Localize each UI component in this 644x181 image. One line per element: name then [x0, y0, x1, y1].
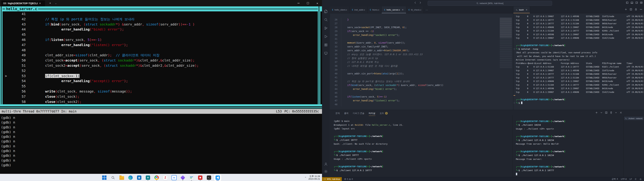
tab-dropdown-button[interactable]: ⌄: [54, 1, 58, 5]
command-center-search[interactable]: network [WSL: kali-linux]: [428, 1, 552, 6]
taskbar-icon-calendar[interactable]: 31: [170, 174, 178, 181]
activity-extensions-icon[interactable]: [323, 42, 328, 48]
terminal-tab-title: high@DESKTOP-TQECLI: [8, 2, 38, 5]
statusbar-item[interactable]: C: [635, 178, 636, 180]
activity-account-icon[interactable]: [323, 162, 328, 167]
tab-fd_check.c[interactable]: Cfd_check.c: [406, 6, 424, 13]
panel-terminal-separator[interactable]: [512, 115, 513, 177]
toggle-panel-icon[interactable]: [630, 1, 633, 5]
panel-tab-디버그 콘솔[interactable]: 디버그 콘솔: [353, 112, 364, 115]
minimap-slider[interactable]: [500, 18, 512, 38]
panel-tab-출력[interactable]: 출력: [344, 112, 348, 115]
source-line-44: 44 error_handling("bind() error");: [2, 27, 318, 32]
activity-search-icon[interactable]: [323, 17, 328, 22]
shell-command-line: └─$ ./hclient 10234: [516, 123, 620, 127]
panel-terminal-left[interactable]: (gdb) b mainBreakpoint 1 at 0x1218: file…: [334, 119, 508, 176]
panel-tab-포트[interactable]: 포트1: [380, 112, 388, 115]
line-number: 45: [330, 91, 341, 95]
gdb-command-area[interactable]: (gdb) n(gdb) n(gdb) n(gdb) n(gdb) n(gdb)…: [1, 115, 320, 168]
tab-close-icon[interactable]: ✕: [402, 8, 404, 11]
bash-terminal-editor[interactable]: tcp00127.0.0.1:39087127.0.0.1:49598ESTAB…: [516, 15, 644, 110]
taskbar-icon-explorer[interactable]: [118, 174, 126, 181]
editor-tabs-group-1: Chello_client.cCinet_addr.cChtons.cChell…: [330, 6, 513, 14]
tray-chevron-up-icon[interactable]: ^: [305, 176, 306, 179]
command-decoration-icon[interactable]: [514, 102, 515, 104]
taskbar-icon-chrome[interactable]: [153, 174, 160, 181]
activity-run-debug-icon[interactable]: [323, 34, 328, 39]
tab-inet_addr.c[interactable]: Cinet_addr.c: [350, 6, 368, 13]
gdb-source-view[interactable]: 4142 // 특정 ip 와 port로 들어오는 정보는 나에게 보내라43…: [2, 12, 318, 104]
taskbar-icon-vscode[interactable]: [214, 174, 221, 181]
tab-close-icon[interactable]: ✕: [526, 8, 528, 11]
terminal-output-line: (gdb) layout src: [334, 127, 508, 131]
statusbar-item[interactable]: UTF-8: [621, 178, 626, 180]
statusbar-item[interactable]: 공백: 4: [612, 178, 618, 180]
back-icon[interactable]: [414, 1, 416, 5]
split-icon[interactable]: [630, 8, 632, 12]
panel-tab-문제[interactable]: 문제: [336, 112, 340, 115]
panel-trash-icon[interactable]: [610, 111, 612, 115]
taskbar-icon-red-app[interactable]: [196, 174, 204, 181]
tab-hello_server.c[interactable]: Chello_server.c✕: [382, 6, 406, 13]
c-file-icon: C: [384, 9, 385, 11]
taskbar-icon-capture-app[interactable]: [188, 174, 195, 181]
minimize-button[interactable]: [294, 0, 303, 6]
close-button[interactable]: ✕: [312, 0, 322, 6]
activity-explorer-icon[interactable]: [323, 9, 328, 14]
tab-hello_client.c[interactable]: Chello_client.c: [330, 6, 350, 13]
line-number: 58: [9, 99, 26, 104]
activity-remote-explorer-icon[interactable]: [323, 50, 328, 56]
taskbar-clock[interactable]: 오후 11:28 2023-09-21: [308, 175, 320, 180]
line-number: 45: [9, 32, 26, 37]
taskbar-icon-edge[interactable]: [127, 174, 134, 181]
vscode-statusbar: WSL: kali-linux 0 0 공백: 4UTF-8LFC: [322, 177, 644, 181]
line-number: 33: [330, 45, 341, 48]
activity-settings-icon[interactable]: [323, 169, 328, 174]
panel-chev-up-icon[interactable]: [615, 111, 617, 115]
forward-icon[interactable]: [419, 1, 422, 5]
maximize-button[interactable]: [303, 0, 312, 6]
gdb-prompt-line[interactable]: (gdb): [1, 163, 320, 168]
tab-htons.c[interactable]: Chtons.c: [368, 6, 382, 13]
new-tab-button[interactable]: +: [48, 1, 53, 5]
taskbar-icon-search[interactable]: [109, 174, 117, 181]
taskbar-icon-zotero[interactable]: Z: [162, 174, 169, 181]
taskbar-icon-store[interactable]: ▦: [136, 174, 143, 181]
editor-line-41: 41: [330, 76, 513, 80]
taskbar-icon-teal-app[interactable]: M: [144, 174, 152, 181]
customize-layout-icon[interactable]: [640, 1, 643, 5]
problems-status[interactable]: 0 0: [344, 178, 353, 180]
toggle-secondary-sidebar-icon[interactable]: [635, 1, 638, 5]
panel-close-icon[interactable]: [620, 111, 622, 115]
command-decoration-icon[interactable]: [514, 48, 515, 50]
terminal-titlebar: ⌨ high@DESKTOP-TQECLI ✕ + ⌄ ✕: [0, 0, 322, 6]
line-number: 32: [330, 41, 341, 45]
taskbar-icon-obsidian[interactable]: [179, 174, 186, 181]
tab-bash[interactable]: bash✕: [513, 6, 530, 13]
terminal-tab[interactable]: ⌨ high@DESKTOP-TQECLI ✕: [1, 0, 45, 6]
panel-tab-터미널[interactable]: 터미널: [369, 112, 375, 115]
terminal-list-item[interactable]: ./hclient - network: [624, 117, 644, 120]
panel-chev-down-icon[interactable]: [600, 111, 603, 115]
remote-icon: [324, 178, 326, 180]
line-number: 41: [330, 76, 341, 80]
panel-plus-icon[interactable]: [595, 111, 598, 115]
lock-icon[interactable]: [634, 8, 637, 12]
panel-split-icon[interactable]: [605, 111, 608, 115]
editor-line-27: 27: [330, 22, 513, 26]
taskbar-icon-windows-terminal[interactable]: >_: [205, 174, 213, 181]
toggle-sidebar-icon[interactable]: [626, 1, 628, 5]
tab-close-icon[interactable]: ✕: [39, 2, 41, 5]
remote-indicator[interactable]: WSL: kali-linux: [322, 177, 342, 181]
bell-icon[interactable]: [640, 178, 642, 180]
terminal-output-line: Message from server:: [516, 157, 620, 161]
netstat-row: tcp00127.0.0.1:49608127.0.0.1:39087ESTAB…: [516, 26, 644, 29]
activity-source-control-icon[interactable]: [323, 26, 328, 31]
statusbar-item[interactable]: LF: [630, 178, 632, 180]
tabs-more-button[interactable]: ···: [424, 6, 430, 13]
taskbar-icon-start[interactable]: [100, 174, 108, 181]
plus-icon[interactable]: [624, 8, 627, 12]
panel-terminal-right[interactable]: ┌──(high㉿DESKTOP-TQECLDB)-[~/network]└─$…: [516, 116, 620, 176]
code-editor[interactable]: 26 }2728 serv_sock=socket(PF_INET, SOCK_…: [330, 18, 513, 110]
more-icon[interactable]: [640, 8, 642, 12]
